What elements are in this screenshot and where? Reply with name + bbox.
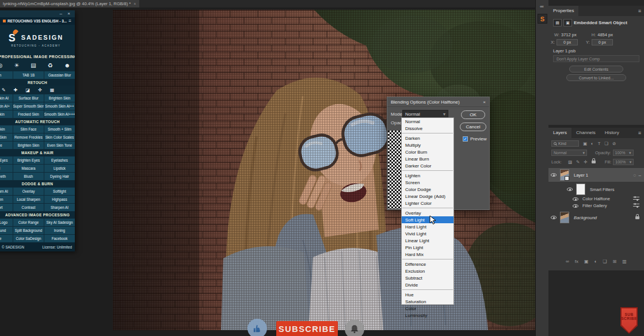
blend-mode-select[interactable]: Normal ▾ <box>551 150 587 156</box>
pixel-filter-icon[interactable]: ▣ <box>583 141 587 146</box>
plugin-button[interactable]: Surface Blur <box>13 94 44 102</box>
panel-menu-icon[interactable]: ≡ <box>638 8 641 14</box>
visibility-eye-icon[interactable] <box>551 216 557 219</box>
lock-all-icon[interactable] <box>592 161 596 163</box>
blend-mode-option[interactable]: Soft Light <box>402 216 454 223</box>
visibility-eye-icon[interactable] <box>551 173 557 177</box>
preview-option[interactable]: ✓ Preview <box>463 136 486 142</box>
layer-filter-search[interactable]: Kind <box>551 140 579 147</box>
plugin-button[interactable]: Smooth Skin AI++ <box>44 102 75 110</box>
plugin-button[interactable]: Support <box>0 204 13 211</box>
delete-layer-icon[interactable]: ▥ <box>622 259 627 264</box>
plugin-button[interactable]: Remove Logo <box>0 219 13 226</box>
blend-mode-option[interactable]: Linear Burn <box>402 155 454 162</box>
y-input[interactable]: 0 px <box>592 39 613 45</box>
ok-button[interactable]: OK <box>461 110 485 119</box>
plugin-button[interactable]: Background <box>0 227 13 234</box>
tab-properties[interactable]: Properties <box>548 6 578 16</box>
plugin-button[interactable]: Merge <box>0 235 13 242</box>
plugin-button[interactable]: Even Skin Tone <box>44 142 75 149</box>
type-filter-icon[interactable]: T <box>598 141 601 146</box>
patch-icon[interactable]: ◪ <box>25 87 30 93</box>
tab-history[interactable]: History <box>600 128 624 138</box>
collapse-panels-icon[interactable]: «« <box>540 5 543 9</box>
plugin-button[interactable]: Action <box>0 71 13 79</box>
recycle-icon[interactable]: ♻ <box>48 62 53 68</box>
plugin-button[interactable]: White Skin <box>0 125 13 133</box>
adjustment-filter-icon[interactable]: ◐ <box>591 141 594 146</box>
blend-mode-option[interactable]: Lighten <box>402 172 454 179</box>
plugin-button[interactable]: Facebook <box>44 235 75 242</box>
plugin-button[interactable]: Brighten Skin <box>13 142 44 149</box>
plugin-button[interactable]: Lipstick <box>44 165 75 172</box>
blend-mode-option[interactable]: Multiply <box>402 142 454 148</box>
x-input[interactable]: 0 px <box>557 39 578 45</box>
filter-name[interactable]: Color Halftone <box>582 196 610 201</box>
aperture-icon[interactable]: ◎ <box>0 62 3 68</box>
layer-thumbnail[interactable] <box>560 212 569 223</box>
smart-object-filter-icon[interactable]: ⊘ <box>612 141 616 146</box>
blend-mode-option[interactable]: Overlay <box>402 209 454 216</box>
lock-paint-icon[interactable]: ✎ <box>576 159 580 165</box>
blend-mode-option[interactable]: Difference <box>402 261 454 268</box>
plugin-button[interactable]: Brighten Skin <box>44 94 75 102</box>
plugin-button[interactable]: Smooth Skin AI+ <box>0 102 13 110</box>
plugin-button[interactable]: White Teeth <box>0 173 13 180</box>
fill-input[interactable]: 100% ▾ <box>613 159 634 165</box>
document-icon[interactable]: ▤ <box>31 62 36 68</box>
heal-icon[interactable]: ✜ <box>38 87 42 93</box>
plugin-button[interactable]: Sharpen Eyes <box>0 156 13 164</box>
lock-move-icon[interactable]: ✛ <box>584 159 587 165</box>
plugin-button[interactable]: Local Sharpen <box>13 196 44 203</box>
subscribe-button[interactable]: SUBSCRIBE <box>276 321 338 336</box>
plugin-button[interactable]: Softlight <box>44 188 75 195</box>
checkbox-checked-icon[interactable]: ✓ <box>463 136 468 142</box>
filter-row-filter-gallery[interactable]: Filter Gallery <box>548 203 644 209</box>
plugin-button[interactable]: Slim Face <box>13 125 44 133</box>
plugin-button[interactable]: Super Smooth Skin <box>13 102 44 110</box>
cancel-button[interactable]: Cancel <box>460 123 486 131</box>
blend-mode-option[interactable]: Luminosity <box>402 312 454 319</box>
blend-mode-option[interactable]: Hue <box>402 291 454 298</box>
document-tab[interactable]: lynking-nfWp1mCmBpM-unsplash.jpg @ 40.4%… <box>0 0 139 7</box>
layer-style-icon[interactable]: fx <box>575 259 578 264</box>
dialog-title-bar[interactable]: Blending Options (Color Halftone) × <box>387 97 489 107</box>
filter-row-color-halftone[interactable]: Color Halftone <box>548 196 644 202</box>
adjustment-layer-icon[interactable]: ◐ <box>595 259 597 264</box>
minimize-icon[interactable]: – <box>60 11 62 16</box>
plugin-button[interactable]: Blush <box>13 173 44 180</box>
tab-layers[interactable]: Layers <box>548 128 571 138</box>
tab-close-icon[interactable]: × <box>134 2 136 6</box>
blend-mode-option[interactable]: Hard Mix <box>402 251 454 258</box>
menu-icon[interactable]: ≡ <box>68 18 71 24</box>
blend-mode-option[interactable]: Exclusion <box>402 268 454 274</box>
plugin-button[interactable]: Eyelashes <box>44 156 75 164</box>
plugin-button[interactable]: Sharpen AI <box>44 204 75 211</box>
blend-mode-option[interactable]: Hard Light <box>402 223 454 230</box>
plugin-button[interactable]: Mascara <box>13 165 44 172</box>
blend-mode-option[interactable]: Color Dodge <box>402 186 454 193</box>
blend-mode-option[interactable]: Darker Color <box>402 162 454 169</box>
blend-mode-option[interactable]: Vivid Light <box>402 230 454 237</box>
plugin-button[interactable]: Ironing <box>44 227 75 234</box>
plugin-button[interactable]: Texture <box>0 142 13 149</box>
plugin-button[interactable]: Color Range <box>13 219 44 226</box>
layer-thumbnail[interactable] <box>560 169 569 181</box>
brightness-icon[interactable]: ☀ <box>14 62 19 68</box>
close-icon[interactable]: × <box>483 100 486 105</box>
shape-filter-icon[interactable]: ❏ <box>604 141 608 146</box>
filter-blend-options-icon[interactable] <box>633 204 639 208</box>
plugin-button[interactable]: Smooth + Slim <box>44 125 75 133</box>
pattern-icon[interactable]: ▦ <box>50 87 55 93</box>
blend-mode-option[interactable]: Darken <box>402 135 454 142</box>
plugin-button[interactable]: Smooth Skin AI <box>0 94 13 102</box>
blend-mode-option[interactable]: Pin Light <box>402 244 454 251</box>
tab-channels[interactable]: Channels <box>571 128 600 138</box>
mode-select[interactable]: Normal ▾ <box>402 110 448 118</box>
plugin-button[interactable]: Dyeing Hair <box>44 173 75 180</box>
lock-transparency-icon[interactable]: ▨ <box>568 159 572 165</box>
plugin-button[interactable]: Skin Color Scales <box>44 133 75 141</box>
visibility-eye-icon[interactable] <box>573 197 578 201</box>
close-icon[interactable]: × <box>67 11 70 16</box>
layer-name[interactable]: Background <box>574 215 597 220</box>
